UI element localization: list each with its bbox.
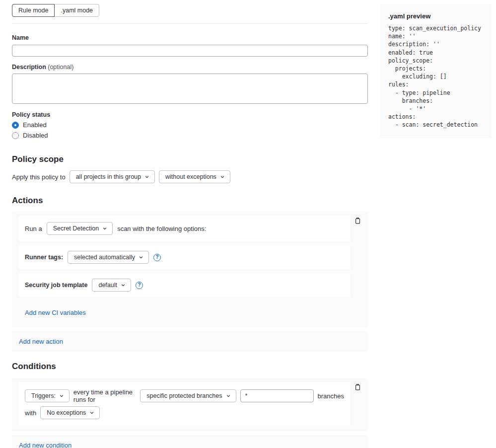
section-divider [12,23,368,24]
description-textarea[interactable] [12,74,368,104]
policy-scope-heading: Policy scope [12,154,368,164]
description-label: Description (optional) [12,64,368,71]
rule-mode-button[interactable]: Rule mode [12,4,55,17]
radio-enabled-label: Enabled [23,121,47,129]
add-new-action-link[interactable]: Add new action [19,338,63,345]
condition-line-1: Triggers: every time a pipeline runs for… [25,388,344,403]
radio-enabled-icon[interactable] [12,122,19,129]
scan-type-dropdown-label: Secret Detection [53,225,99,232]
chevron-down-icon [144,174,149,179]
pipeline-runs-text: every time a pipeline runs for [73,388,136,403]
condition-inner-card: Triggers: every time a pipeline runs for… [19,382,350,425]
job-template-row: Security job template default ? [19,273,350,297]
branch-exceptions-dropdown[interactable]: No exceptions [40,406,100,419]
trash-icon [354,217,361,224]
triggers-dropdown-label: Triggers: [31,392,56,399]
branch-pattern-input[interactable] [240,389,314,402]
runner-tags-help-icon[interactable]: ? [153,254,161,261]
status-option-enabled[interactable]: Enabled [12,121,368,129]
status-option-disabled[interactable]: Disabled [12,132,368,139]
chevron-down-icon [89,410,94,415]
runner-tags-dropdown-label: selected automatically [74,254,135,261]
scan-options-text: scan with the following options: [117,225,206,232]
chevron-down-icon [226,393,231,398]
job-template-dropdown[interactable]: default [92,279,131,292]
job-template-dropdown-label: default [98,282,117,289]
add-ci-variables-link[interactable]: Add new CI variables [25,309,86,316]
actions-heading: Actions [12,196,368,206]
trash-icon [354,383,361,391]
add-condition-strip: Add new condition [12,435,368,448]
chevron-down-icon [59,393,64,398]
projects-scope-dropdown-label: all projects in this group [76,173,141,180]
job-template-label: Security job template [25,282,87,289]
policy-scope-row: Apply this policy to all projects in thi… [12,170,368,183]
name-input[interactable] [12,45,368,57]
radio-disabled-label: Disabled [23,132,48,139]
chevron-down-icon [220,174,225,179]
chevron-down-icon [121,283,126,288]
yaml-preview-title: .yaml preview [388,12,484,20]
projects-scope-dropdown[interactable]: all projects in this group [70,170,155,183]
delete-action-button[interactable] [353,216,362,225]
scan-type-row: Run a Secret Detection scan with the fol… [19,216,350,241]
add-action-strip: Add new action [12,331,368,352]
runner-tags-row: Runner tags: selected automatically ? [19,245,350,269]
exceptions-scope-dropdown-label: without exceptions [165,173,216,180]
editor-mode-toggle: Rule mode .yaml mode [12,4,368,17]
condition-line-2: with No exceptions [25,406,344,419]
policy-editor-form: Rule mode .yaml mode Name Description (o… [12,4,368,448]
chevron-down-icon [102,226,107,231]
description-label-text: Description [12,64,46,71]
exceptions-scope-dropdown[interactable]: without exceptions [159,170,230,183]
add-new-condition-link[interactable]: Add new condition [19,442,71,448]
branch-type-dropdown-label: specific protected branches [146,392,222,399]
conditions-heading: Conditions [12,362,368,372]
yaml-preview-panel: .yaml preview type: scan_execution_polic… [380,4,492,138]
branches-text: branches [318,392,344,400]
yaml-mode-button[interactable]: .yaml mode [54,4,99,17]
chevron-down-icon [139,255,143,260]
branch-type-dropdown[interactable]: specific protected branches [140,389,236,402]
apply-policy-text: Apply this policy to [12,173,66,181]
runner-tags-label: Runner tags: [25,254,63,261]
yaml-preview-code: type: scan_execution_policy name: '' des… [388,24,484,129]
name-label: Name [12,34,368,41]
job-template-help-icon[interactable]: ? [136,282,143,289]
radio-disabled-icon[interactable] [12,132,19,139]
description-optional-text: (optional) [48,64,73,71]
policy-status-label: Policy status [12,111,368,118]
runner-tags-dropdown[interactable]: selected automatically [68,251,149,264]
run-a-text: Run a [25,225,42,232]
condition-card: Triggers: every time a pipeline runs for… [12,378,368,431]
triggers-dropdown[interactable]: Triggers: [25,389,70,402]
scan-type-dropdown[interactable]: Secret Detection [47,222,113,235]
delete-condition-button[interactable] [353,382,362,391]
branch-exceptions-dropdown-label: No exceptions [47,409,86,416]
ci-variables-block: Add new CI variables [19,301,350,327]
action-card: Run a Secret Detection scan with the fol… [12,212,368,327]
with-text: with [25,409,36,417]
